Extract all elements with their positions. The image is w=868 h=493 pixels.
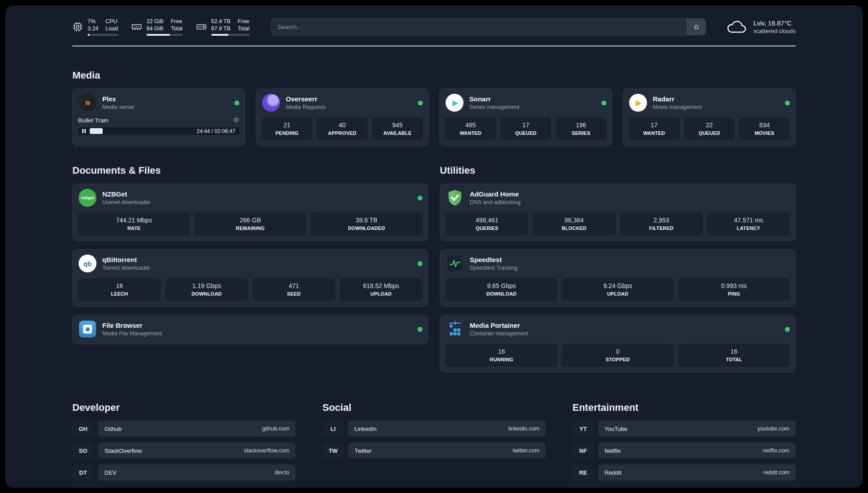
bookmark-link[interactable]: Github github.com [98,421,296,437]
plex-icon: » [79,94,96,112]
app-subtitle: Speedtest Tracking [470,265,517,271]
stat-queued: 22 QUEUED [684,117,735,140]
status-dot [417,196,422,201]
search-input[interactable] [278,24,706,30]
status-dot [234,100,239,105]
bookmark-netflix: NF Netflix netflix.com [572,443,796,459]
bookmark-stackoverflow: SO StackOverflow stackoverflow.com [72,443,296,459]
app-name: qBittorrent [102,256,150,263]
stat-seed: 471 SEED [253,278,335,301]
status-dot [601,100,606,105]
filebrowser-icon [79,321,96,338]
cpu-labels: CPU Load [105,18,118,33]
app-card-qbittorrent[interactable]: qb qBittorrent Torrent downloader 16 LEE… [72,249,428,307]
netflix-icon: NF [572,443,594,459]
section-developer: Developer GH Github github.com SO StackO… [72,402,296,480]
app-name: Sonarr [469,95,519,103]
stat-download: 1.19 Gbps DOWNLOAD [165,278,248,301]
ram-monitor: 22 GiB 64 GiB Free Total [131,18,183,36]
bookmark-link[interactable]: Netflix netflix.com [598,443,796,459]
app-name: NZBGet [102,190,150,198]
stat-ping: 0.993 ms PING [678,278,790,301]
sonarr-icon: ▶ [446,94,463,112]
section-documents: Documents & Files nzbget NZBGet Usenet d… [72,165,428,372]
disk-values: 52.4 TB 97.9 TB [211,18,231,33]
app-card-speedtest[interactable]: Speedtest Speedtest Tracking 9.65 Gbps D… [440,249,796,307]
stat-stopped: 0 STOPPED [562,344,673,367]
pause-button[interactable] [82,129,86,133]
app-card-plex[interactable]: » Plex Media server Bullet Train ⚙ 24:44… [72,88,245,146]
gear-icon[interactable]: ⚙ [234,116,239,124]
app-name: AdGuard Home [470,190,521,198]
app-subtitle: Media server [102,104,134,110]
cpu-monitor: 7% 3.24 CPU Load [72,18,118,36]
app-card-adguard[interactable]: AdGuard Home DNS and adblocking 498,461 … [440,184,796,241]
adguard-shield-icon [447,189,463,206]
bookmark-youtube: YT YouTube youtube.com [572,421,796,437]
status-dot [785,100,790,105]
playback-bar[interactable]: 24:44 / 02:06:47 [78,127,239,135]
app-name: Overseerr [286,95,326,103]
playback-time: 24:44 / 02:06:47 [196,128,235,134]
app-card-nzbget[interactable]: nzbget NZBGet Usenet downloader 744.21 M… [72,184,428,241]
system-monitors: 7% 3.24 CPU Load [72,18,250,36]
disk-usage-bar [211,34,250,36]
bookmark-dev: DT DEV dev.to [72,464,296,480]
disk-icon [196,21,207,32]
app-card-portainer[interactable]: Media Portainer Container management 16 … [440,315,796,372]
bookmark-linkedin: LI LinkedIn linkedin.com [322,421,546,437]
app-card-radarr[interactable]: ▶ Radarr Movie management 17 WANTED 22 Q… [623,88,796,146]
stat-series: 196 SERIES [555,117,606,140]
nzbget-icon: nzbget [79,189,96,207]
app-subtitle: Series management [469,104,519,110]
qbittorrent-icon: qb [79,255,96,272]
weather-widget: Lviv, 16.87°C scattered clouds [726,19,796,34]
bookmark-twitter: TW Twitter twitter.com [322,443,546,459]
ram-labels: Free Total [171,18,182,33]
app-card-overseerr[interactable]: Overseerr Media Requests 21 PENDING 40 A… [256,88,429,146]
stat-leech: 16 LEECH [78,278,161,301]
app-name: Plex [102,95,134,103]
bookmark-link[interactable]: Reddit reddit.com [598,464,796,480]
section-title-entertainment: Entertainment [572,402,796,414]
bookmark-github: GH Github github.com [72,421,296,437]
app-subtitle: Torrent downloader [102,265,150,271]
overseerr-icon [262,94,280,112]
bookmark-link[interactable]: StackOverflow stackoverflow.com [98,443,296,459]
portainer-icon [447,321,463,338]
bookmarks-area: Developer GH Github github.com SO StackO… [72,402,796,480]
section-title-documents: Documents & Files [72,165,428,176]
middle-columns: Documents & Files nzbget NZBGet Usenet d… [72,165,796,372]
app-card-filebrowser[interactable]: File Browser Media File Management [72,315,428,344]
app-name: File Browser [102,322,162,329]
now-playing-title: Bullet Train [78,117,234,124]
ram-values: 22 GiB 64 GiB [146,18,163,33]
stat-upload: 9.24 Gbps UPLOAD [562,278,673,301]
linkedin-icon: LI [322,421,344,437]
media-grid: » Plex Media server Bullet Train ⚙ 24:44… [72,88,796,146]
search-engine-button[interactable]: G [687,19,705,35]
dashboard-panel: 7% 3.24 CPU Load [5,5,863,488]
cpu-usage-bar [88,34,118,36]
stat-total: 16 TOTAL [678,344,790,367]
section-social: Social LI LinkedIn linkedin.com TW Twitt… [322,402,546,480]
stat-movies: 834 MOVIES [739,117,790,140]
app-name: Radarr [653,95,702,103]
weather-condition: scattered clouds [753,28,796,34]
app-subtitle: Movie management [653,104,702,110]
bookmark-link[interactable]: LinkedIn linkedin.com [348,421,546,437]
stat-upload: 618.52 Mbps UPLOAD [340,278,422,301]
youtube-icon: YT [572,421,594,437]
bookmark-link[interactable]: DEV dev.to [98,464,296,480]
stat-pending: 21 PENDING [262,117,313,140]
stat-available: 945 AVAILABLE [372,117,423,140]
weather-location: Lviv, 16.87°C [753,20,796,27]
section-title-social: Social [322,402,546,414]
stat-blocked: 86,384 BLOCKED [533,213,615,235]
bookmark-link[interactable]: YouTube youtube.com [598,421,796,437]
playback-progress [90,128,103,134]
app-card-sonarr[interactable]: ▶ Sonarr Series management 485 WANTED 17… [439,88,612,146]
bookmark-link[interactable]: Twitter twitter.com [348,443,546,459]
stat-remaining: 266 GB REMAINING [194,213,306,235]
speedtest-icon [447,255,463,272]
